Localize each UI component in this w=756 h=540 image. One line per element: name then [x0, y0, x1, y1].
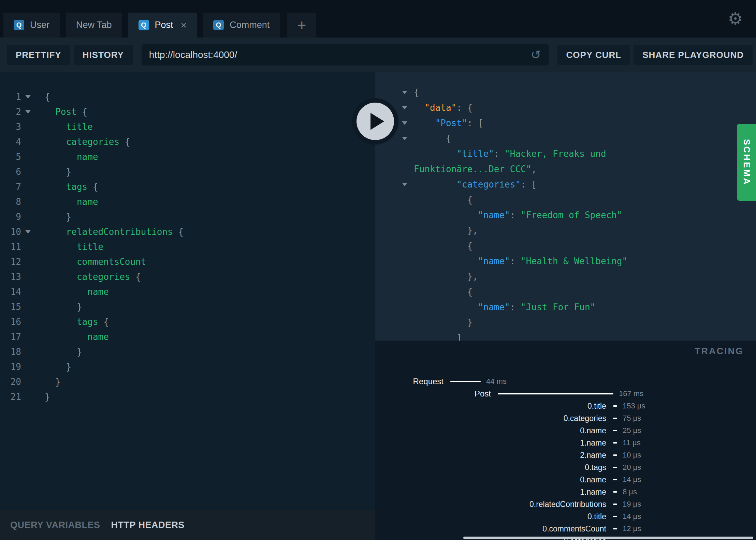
query-code: title [45, 122, 93, 132]
query-code: categories { [45, 137, 130, 147]
query-variables-tab[interactable]: QUERY VARIABLES [10, 520, 100, 530]
fold-arrow-icon[interactable] [25, 95, 31, 99]
line-number: 7 [0, 182, 21, 192]
tracing-dash [613, 467, 617, 468]
tracing-label: Post [375, 389, 491, 399]
query-badge: Q [139, 20, 149, 30]
replay-icon[interactable]: ↺ [530, 48, 541, 62]
response-line: "name": "Freedom of Speech" [402, 207, 756, 223]
tab-post[interactable]: QPost× [128, 13, 197, 38]
settings-gear-icon[interactable]: ⚙ [728, 10, 743, 27]
line-number: 17 [0, 332, 21, 342]
http-headers-tab[interactable]: HTTP HEADERS [111, 520, 185, 530]
response-line: { [402, 284, 756, 299]
line-number: 5 [0, 152, 21, 162]
tab-label: New Tab [76, 20, 112, 30]
query-line: 1{ [0, 89, 375, 104]
tracing-row: 1.name11 µs [375, 437, 756, 449]
tracing-time: 11 µs [623, 438, 641, 447]
line-number: 1 [0, 92, 21, 102]
query-code: } [45, 212, 71, 222]
fold-gutter [402, 91, 414, 94]
tracing-time: 20 µs [623, 463, 641, 472]
endpoint-url-field: ↺ [142, 44, 549, 65]
tracing-label: 0.title [375, 402, 606, 411]
query-line: 2 Post { [0, 104, 375, 119]
query-line: 6 } [0, 164, 375, 179]
new-tab-button[interactable]: + [287, 13, 316, 38]
response-code: "name": "Health & Wellbeing" [414, 256, 627, 266]
tracing-dash [613, 430, 617, 431]
query-editor[interactable]: 1{2 Post {3 title4 categories {5 name6 }… [0, 72, 375, 510]
query-line: 4 categories { [0, 134, 375, 149]
line-number: 14 [0, 287, 21, 297]
tracing-row: 0.name25 µs [375, 424, 756, 437]
fold-arrow-icon[interactable] [402, 137, 407, 140]
query-line: 17 name [0, 329, 375, 344]
tab-user[interactable]: QUser [3, 13, 60, 38]
close-tab-icon[interactable]: × [181, 20, 187, 30]
response-code: "categories": [ [414, 179, 537, 190]
query-line: 13 categories { [0, 269, 375, 284]
query-code: name [45, 287, 109, 297]
tracing-time: 10 µs [623, 451, 641, 460]
line-number: 9 [0, 212, 21, 222]
copy-curl-button[interactable]: COPY CURL [557, 45, 630, 65]
response-code: { [414, 195, 472, 205]
url-input[interactable] [149, 49, 525, 60]
fold-arrow-icon[interactable] [25, 110, 31, 114]
schema-tab-button[interactable]: SCHEMA [737, 124, 756, 201]
fold-gutter [402, 137, 414, 140]
query-line: 9 } [0, 209, 375, 224]
query-code: Post { [45, 107, 87, 117]
tracing-dash [613, 528, 617, 529]
query-code: title [45, 242, 103, 252]
tab-comment[interactable]: QComment [203, 13, 280, 38]
line-number: 12 [0, 257, 21, 267]
line-number: 15 [0, 302, 21, 312]
query-code: { [45, 92, 50, 102]
prettify-button[interactable]: PRETTIFY [7, 45, 70, 65]
execute-button[interactable] [352, 98, 398, 145]
tracing-row: Request44 ms [375, 375, 756, 388]
tab-new-tab[interactable]: New Tab [66, 13, 122, 38]
query-code: name [45, 332, 109, 342]
share-playground-button[interactable]: SHARE PLAYGROUND [634, 45, 753, 65]
query-line: 18 } [0, 344, 375, 359]
response-line: Funktionäre...Der CCC", [402, 161, 756, 177]
fold-arrow-icon[interactable] [402, 121, 407, 125]
response-line: { [402, 192, 756, 207]
query-code: categories { [45, 272, 141, 282]
tracing-dash [613, 516, 617, 517]
response-line: "title": "Hacker, Freaks und [402, 146, 756, 161]
query-line: 5 name [0, 149, 375, 164]
response-code: "Post": [ [414, 118, 483, 128]
tracing-dash [613, 479, 617, 480]
tracing-row: 0.title153 µs [375, 400, 756, 412]
query-code: name [45, 197, 98, 207]
tracing-label: 0.name [375, 426, 606, 435]
fold-arrow-icon[interactable] [402, 183, 407, 186]
response-code: "name": "Freedom of Speech" [414, 210, 622, 220]
tracing-label: 1.name [375, 487, 606, 497]
tracing-label: 0.categories [375, 414, 606, 423]
history-button[interactable]: HISTORY [74, 45, 133, 65]
tracing-dash [613, 442, 617, 444]
fold-arrow-icon[interactable] [25, 230, 31, 234]
line-number: 8 [0, 197, 21, 207]
response-code: { [414, 287, 472, 297]
response-line: { [402, 85, 756, 100]
query-line: 14 name [0, 284, 375, 299]
response-code: }, [414, 225, 478, 236]
tracing-label: 0.relatedContributions [375, 500, 606, 509]
horizontal-scrollbar[interactable] [463, 537, 753, 539]
fold-gutter [21, 230, 45, 234]
tracing-time: 167 ms [619, 389, 643, 398]
fold-arrow-icon[interactable] [402, 91, 407, 94]
tracing-bar [450, 381, 481, 382]
fold-arrow-icon[interactable] [402, 106, 407, 109]
query-code: } [45, 347, 82, 357]
response-line: "Post": [ [402, 115, 756, 131]
response-code: "data": { [414, 103, 472, 113]
query-code: name [45, 152, 98, 162]
